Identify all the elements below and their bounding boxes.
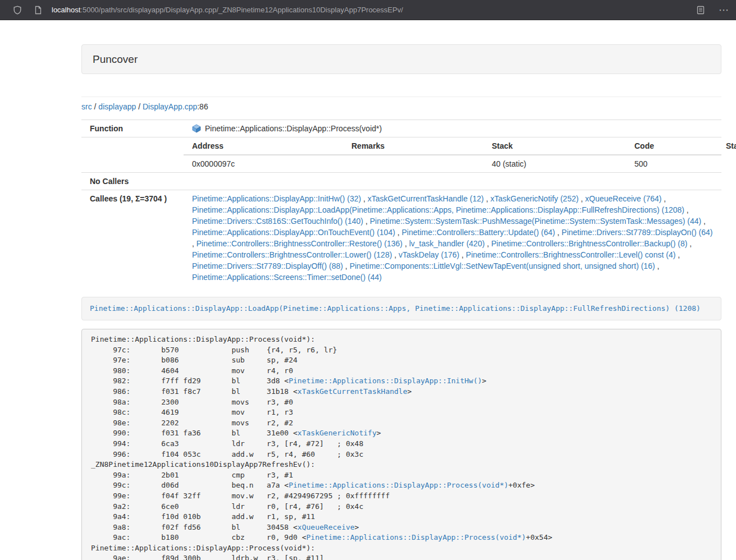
callees-cell: Pinetime::Applications::DisplayApp::Init… xyxy=(184,190,721,286)
stats-value-stack: 40 (static) xyxy=(483,155,626,172)
url-text[interactable]: localhost:5000/path/src/displayapp/Displ… xyxy=(52,6,696,14)
code-symbol-link[interactable]: xQueueReceive xyxy=(298,523,355,531)
stats-row-label xyxy=(81,137,184,173)
breadcrumb: src / displayapp / DisplayApp.cpp:86 xyxy=(81,101,721,112)
stats-value-remarks xyxy=(343,155,483,172)
more-menu-icon[interactable]: ⋯ xyxy=(719,6,729,15)
stats-value-address: 0x0000097c xyxy=(184,155,343,172)
stats-header-stack: Stack xyxy=(483,137,626,155)
stats-value-row: 0x0000097c 40 (static) 500 xyxy=(184,155,721,172)
stats-header-address: Address xyxy=(184,137,343,155)
code-symbol-link[interactable]: Pinetime::Applications::DisplayApp::Proc… xyxy=(289,481,508,489)
callee-link[interactable]: Pinetime::Applications::Screens::Timer::… xyxy=(192,273,382,282)
callee-link[interactable]: Pinetime::Drivers::Cst816S::GetTouchInfo… xyxy=(192,217,363,226)
stats-table: Address Remarks Stack Code Static 0x0000… xyxy=(184,137,721,172)
reader-mode-icon[interactable] xyxy=(696,6,705,15)
callee-link[interactable]: Pinetime::Drivers::St7789::DisplayOn() (… xyxy=(561,228,712,237)
function-name: Pinetime::Applications::DisplayApp::Proc… xyxy=(205,124,382,133)
stats-cell: Address Remarks Stack Code Static 0x0000… xyxy=(184,137,721,173)
callee-link[interactable]: Pinetime::Components::LittleVgl::SetNewT… xyxy=(350,261,655,270)
stats-row: Address Remarks Stack Code Static 0x0000… xyxy=(81,137,721,173)
breadcrumb-link[interactable]: DisplayApp.cpp xyxy=(143,102,197,111)
code-symbol-link[interactable]: Pinetime::Applications::DisplayApp::Init… xyxy=(289,377,482,385)
callee-link[interactable]: Pinetime::Applications::DisplayApp::Init… xyxy=(192,194,361,203)
no-callers-cell xyxy=(184,173,721,190)
breadcrumb-line-number: :86 xyxy=(197,102,208,111)
section-divider xyxy=(81,97,721,97)
callee-link[interactable]: Pinetime::Drivers::St7789::DisplayOff() … xyxy=(192,261,343,270)
brand-title: Puncover xyxy=(93,53,138,65)
callee-link[interactable]: xTaskGetCurrentTaskHandle (12) xyxy=(368,194,484,203)
callee-link[interactable]: Pinetime::Applications::DisplayApp::Load… xyxy=(192,205,684,214)
symbol-table: Function Pinetime::Applications::Display… xyxy=(81,120,721,286)
stats-header-code: Code xyxy=(626,137,717,155)
url-host: localhost xyxy=(52,6,80,14)
page-content: Puncover src / displayapp / DisplayApp.c… xyxy=(81,20,721,560)
breadcrumb-link[interactable]: src xyxy=(81,102,92,111)
code-symbol-link[interactable]: xTaskGetCurrentTaskHandle xyxy=(298,387,408,396)
no-callers-label: No Callers xyxy=(81,173,184,190)
breadcrumb-link[interactable]: displayapp xyxy=(98,102,136,111)
callee-link[interactable]: Pinetime::Controllers::BrightnessControl… xyxy=(491,239,687,248)
callee-link[interactable]: xTaskGenericNotify (252) xyxy=(490,194,578,203)
stats-header-static: Static xyxy=(717,137,721,155)
code-symbol-link[interactable]: Pinetime::Applications::DisplayApp::Proc… xyxy=(307,533,526,541)
shield-icon[interactable] xyxy=(13,6,22,15)
code-symbol-link[interactable]: xTaskGenericNotify xyxy=(298,429,377,437)
callee-link[interactable]: Pinetime::System::SystemTask::PushMessag… xyxy=(370,217,702,226)
browser-url-bar: localhost:5000/path/src/displayapp/Displ… xyxy=(0,0,736,20)
callee-link[interactable]: lv_task_handler (420) xyxy=(409,239,485,248)
function-name-cell: Pinetime::Applications::DisplayApp::Proc… xyxy=(184,120,721,137)
highlighted-symbol-well: Pinetime::Applications::DisplayApp::Load… xyxy=(81,297,721,320)
stats-header-row: Address Remarks Stack Code Static xyxy=(184,137,721,155)
disassembly: Pinetime::Applications::DisplayApp::Proc… xyxy=(81,329,721,560)
function-label: Function xyxy=(81,120,184,137)
brand-heading: Puncover xyxy=(81,44,721,74)
highlighted-symbol-link[interactable]: Pinetime::Applications::DisplayApp::Load… xyxy=(90,304,701,313)
page-info-icon[interactable] xyxy=(34,6,43,15)
callee-link[interactable]: vTaskDelay (176) xyxy=(399,250,459,259)
breadcrumb-separator: / xyxy=(92,102,99,111)
callee-link[interactable]: Pinetime::Controllers::BrightnessControl… xyxy=(466,250,675,259)
callee-link[interactable]: xQueueReceive (764) xyxy=(585,194,661,203)
no-callers-row: No Callers xyxy=(81,173,721,190)
stats-value-static xyxy=(717,155,721,172)
stats-value-code: 500 xyxy=(626,155,717,172)
callee-link[interactable]: Pinetime::Controllers::Battery::Update()… xyxy=(402,228,555,237)
callee-link[interactable]: Pinetime::Controllers::BrightnessControl… xyxy=(192,250,392,259)
callee-link[interactable]: Pinetime::Controllers::BrightnessControl… xyxy=(196,239,403,248)
function-row: Function Pinetime::Applications::Display… xyxy=(81,120,721,137)
callees-row: Callees (19, Σ=3704 ) Pinetime::Applicat… xyxy=(81,190,721,286)
function-type-icon xyxy=(192,124,201,133)
url-path: :5000/path/src/displayapp/DisplayApp.cpp… xyxy=(80,6,403,14)
callees-label: Callees (19, Σ=3704 ) xyxy=(81,190,184,286)
callee-link[interactable]: Pinetime::Applications::DisplayApp::OnTo… xyxy=(192,228,395,237)
stats-header-remarks: Remarks xyxy=(343,137,483,155)
breadcrumb-separator: / xyxy=(136,102,143,111)
